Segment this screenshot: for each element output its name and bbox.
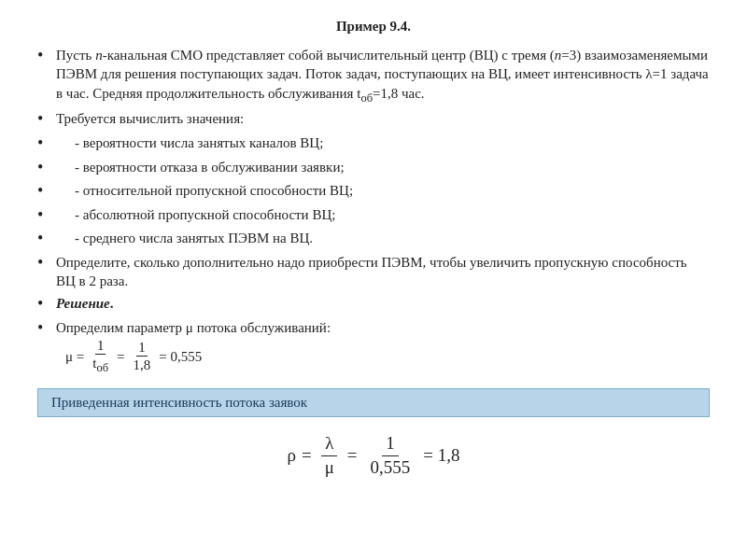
bullet-dot: • (37, 181, 52, 202)
rho-equals1: = (302, 445, 312, 466)
list-item: • Требуется вычислить значения: (37, 109, 710, 130)
rho-fraction-values: 1 0,555 (367, 432, 415, 479)
rho-lambda: λ (321, 432, 337, 456)
list-item: • Определите, сколько дополнительно надо… (37, 253, 710, 291)
bullet-dot: • (37, 133, 52, 154)
bullet-text: - среднего числа занятых ПЭВМ на ВЦ. (75, 229, 710, 247)
rho-symbol: ρ (287, 445, 295, 466)
bullet-dot: • (37, 253, 52, 273)
list-item: • - относительной пропускной способности… (37, 181, 710, 202)
mu-fraction-value: 1 1,8 (132, 339, 153, 373)
mu-numerator: 1 (95, 337, 106, 355)
bullet-text: - относительной пропускной способности В… (75, 181, 710, 200)
bullet-text: Определим параметр μ потока обслуживаний… (56, 318, 710, 375)
list-item: • Пусть n-канальная СМО представляет соб… (37, 46, 710, 105)
bullet-text: Требуется вычислить значения: (56, 109, 710, 128)
bullet-text: Решение. (56, 294, 710, 313)
page-title: Пример 9.4. (37, 19, 710, 35)
mu-fraction: 1 tоб (91, 337, 110, 375)
bullet-text: - вероятности числа занятых каналов ВЦ; (75, 133, 710, 152)
mu-num-value: 1 (136, 339, 148, 357)
bullet-dot: • (37, 205, 52, 226)
highlight-box: Приведенная интенсивность потока заявок (37, 388, 710, 417)
list-item: • - среднего числа занятых ПЭВМ на ВЦ. (37, 229, 710, 249)
mu-formula: μ = 1 tоб = 1 1,8 = 0,555 (65, 337, 710, 375)
bullet-dot: • (37, 294, 52, 315)
bullet-dot: • (37, 158, 52, 178)
list-item: • - вероятности числа занятых каналов ВЦ… (37, 133, 710, 154)
mu-den-value: 1,8 (132, 357, 153, 373)
rho-formula: ρ = λ μ = 1 0,555 = 1,8 (37, 432, 710, 479)
bullet-list: • Пусть n-канальная СМО представляет соб… (37, 46, 710, 375)
list-item: • - абсолютной пропускной способности ВЦ… (37, 205, 710, 226)
rho-equals3: = 1,8 (423, 445, 459, 466)
rho-denominator: 0,555 (367, 456, 415, 480)
bullet-dot: • (37, 229, 52, 249)
rho-mu: μ (321, 456, 338, 480)
bullet-text: - вероятности отказа в обслуживании заяв… (75, 158, 710, 176)
rho-equals2: = (347, 445, 358, 466)
bullet-dot: • (37, 109, 52, 130)
bullet-text: Определите, сколько дополнительно надо п… (56, 253, 710, 291)
bullet-text: - абсолютной пропускной способности ВЦ; (75, 205, 710, 224)
list-item: • - вероятности отказа в обслуживании за… (37, 158, 710, 178)
rho-fraction-symbols: λ μ (321, 432, 338, 479)
rho-numerator: 1 (382, 432, 399, 456)
bullet-dot: • (37, 318, 52, 339)
list-item: • Определим параметр μ потока обслуживан… (37, 318, 710, 375)
bullet-dot: • (37, 46, 52, 66)
bullet-text: Пусть n-канальная СМО представляет собой… (56, 46, 710, 105)
mu-denominator: tоб (91, 355, 110, 375)
list-item: • Решение. (37, 294, 710, 315)
